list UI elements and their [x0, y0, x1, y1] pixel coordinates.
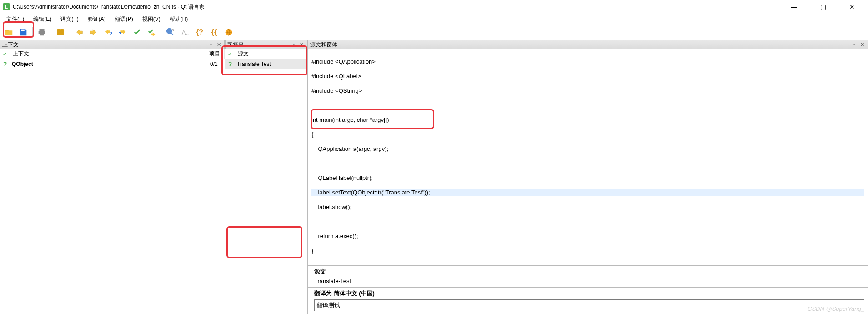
checkmark-icon	[3, 52, 7, 56]
context-title: 上下文	[2, 41, 19, 49]
source-text-header: 源文	[308, 266, 868, 277]
question-icon: ?	[3, 60, 7, 68]
translation-header: 翻译为 简体中文 (中国)	[308, 288, 868, 299]
watermark: CSDN @SuperYang_	[808, 305, 864, 312]
translation-input[interactable]: 翻译测试	[314, 299, 864, 311]
save-button[interactable]	[16, 25, 30, 39]
phrasebook-button[interactable]	[54, 25, 67, 39]
prev-unfinished-button[interactable]: ?	[101, 25, 115, 39]
strings-row[interactable]: ? Translate Test	[225, 59, 307, 69]
strings-col-text[interactable]: 源文	[235, 49, 307, 59]
context-table-head: 上下文 项目	[0, 49, 225, 59]
strings-table-head: 源文	[225, 49, 307, 59]
svg-point-3	[167, 29, 172, 34]
context-row[interactable]: ? QObject 0/1	[0, 59, 225, 69]
source-pane: 源文和窗体 ▫ ✕ #include <QApplication> #inclu…	[308, 40, 868, 314]
maximize-button[interactable]: ▢	[813, 0, 833, 14]
context-col-name[interactable]: 上下文	[10, 49, 206, 59]
strings-pane: 字符串 ▫ ✕ 源文 ? Translate Test	[225, 40, 308, 314]
done-button[interactable]	[130, 25, 144, 39]
menu-file[interactable]: 文件(F)	[2, 14, 29, 25]
source-title: 源文和窗体	[310, 41, 337, 49]
code-area[interactable]: #include <QApplication> #include <QLabel…	[308, 49, 868, 265]
find-phrase-button[interactable]: a	[164, 25, 177, 39]
context-close-button[interactable]: ✕	[215, 41, 222, 48]
prev-button[interactable]	[72, 25, 86, 39]
window-title: C:\Users\Administrator\Documents\Transla…	[13, 3, 783, 11]
braces-icon: {{	[211, 28, 217, 36]
strings-close-button[interactable]: ✕	[298, 41, 305, 48]
globe-button[interactable]	[222, 25, 236, 39]
toolbar: ? ? a A.. {? {{	[0, 25, 868, 40]
title-bar: L C:\Users\Administrator\Documents\Trans…	[0, 0, 868, 14]
menu-validate[interactable]: 验证(A)	[83, 14, 110, 25]
braces-button[interactable]: {{	[207, 25, 221, 39]
strings-title: 字符串	[227, 41, 244, 49]
context-pane: 上下文 ▫ ✕ 上下文 项目 ? QObject 0/1	[0, 40, 225, 314]
svg-text:?: ?	[110, 31, 113, 36]
source-float-button[interactable]: ▫	[851, 41, 858, 48]
context-row-name: QObject	[10, 61, 208, 67]
translation-panel: 翻译为 简体中文 (中国) 翻译测试	[308, 287, 868, 314]
svg-text:A..: A..	[182, 29, 189, 36]
print-button[interactable]	[35, 25, 49, 39]
source-header: 源文和窗体 ▫ ✕	[308, 40, 868, 49]
question-icon: ?	[228, 60, 232, 68]
lowercase-button[interactable]: A..	[178, 25, 192, 39]
strings-row-text: Translate Test	[235, 61, 273, 67]
menu-help[interactable]: 帮助(H)	[165, 14, 193, 25]
close-button[interactable]: ✕	[842, 0, 863, 14]
done-next-button[interactable]	[145, 25, 159, 39]
minimize-button[interactable]: —	[783, 0, 804, 14]
app-icon: L	[3, 3, 10, 10]
strings-header: 字符串 ▫ ✕	[225, 40, 307, 49]
context-col-items[interactable]: 项目	[206, 49, 225, 59]
checkmark-icon	[228, 52, 232, 56]
menu-view[interactable]: 视图(V)	[138, 14, 165, 25]
context-header: 上下文 ▫ ✕	[0, 40, 225, 49]
open-button[interactable]	[2, 25, 15, 39]
menu-edit[interactable]: 编辑(E)	[29, 14, 56, 25]
source-text-panel: 源文 Translate·Test	[308, 265, 868, 287]
brace-q-button[interactable]: {?	[193, 25, 206, 39]
workspace: 上下文 ▫ ✕ 上下文 项目 ? QObject 0/1 字符串 ▫ ✕	[0, 40, 868, 314]
context-row-items: 0/1	[208, 61, 225, 67]
context-float-button[interactable]: ▫	[207, 41, 215, 48]
source-text-value: Translate·Test	[308, 277, 868, 287]
source-close-button[interactable]: ✕	[858, 41, 866, 48]
next-button[interactable]	[87, 25, 100, 39]
svg-rect-0	[21, 30, 24, 31]
svg-text:?: ?	[119, 31, 122, 36]
brace-q-icon: {?	[196, 28, 203, 36]
svg-text:a: a	[172, 28, 175, 32]
strings-float-button[interactable]: ▫	[290, 41, 297, 48]
menu-bar: 文件(F) 编辑(E) 译文(T) 验证(A) 短语(P) 视图(V) 帮助(H…	[0, 14, 868, 25]
next-unfinished-button[interactable]: ?	[116, 25, 130, 39]
menu-translate[interactable]: 译文(T)	[56, 14, 83, 25]
menu-phrases[interactable]: 短语(P)	[110, 14, 138, 25]
